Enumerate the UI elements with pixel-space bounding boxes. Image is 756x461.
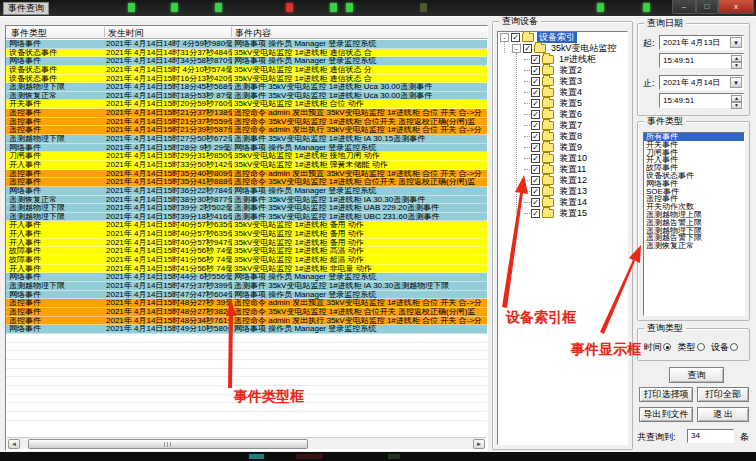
tree-collapse-icon[interactable]: - (500, 33, 509, 42)
tree-item-substation[interactable]: -✓35kV变电站监控 (498, 43, 627, 54)
table-row[interactable]: 网络事件2021年 4月14日15时44分 6秒556毫秒网络事项 操作员 Ma… (6, 273, 487, 282)
table-row[interactable]: 遥测越物理下限2021年 4月14日15时47分37秒399毫秒遥测事件 35k… (6, 282, 487, 291)
checkbox-checked-icon[interactable]: ✓ (531, 209, 540, 218)
checkbox-checked-icon[interactable]: ✓ (531, 132, 540, 141)
table-row[interactable]: 遥控事件2021年 4月14日15时48分27秒382毫秒遥控命令 35kV变电… (6, 308, 487, 317)
table-row[interactable]: 遥测越物理下限2021年 4月14日15时39分18秒416毫秒遥测事件 35k… (6, 213, 487, 222)
event-type-item[interactable]: 故障事件 (644, 164, 744, 172)
checkbox-checked-icon[interactable]: ✓ (531, 110, 540, 119)
tree-item-device[interactable]: ✓装置2 (498, 65, 627, 76)
spinner-down-icon[interactable]: ▼ (731, 62, 742, 69)
from-time-field[interactable]: 15:49:51 ▲▼ (659, 53, 744, 68)
tree-item-device[interactable]: ✓装置7 (498, 120, 627, 131)
spinner-up-icon[interactable]: ▲ (731, 55, 742, 62)
checkbox-checked-icon[interactable]: ✓ (531, 143, 540, 152)
table-row[interactable]: 遥控事件2021年 4月14日15时21分37秒138毫秒遥控命令 admin … (6, 109, 487, 118)
table-row[interactable]: 故障事件2021年 4月14日15时41分56秒 74毫秒35kV变电站监控 1… (6, 247, 487, 256)
event-type-item[interactable]: 开入事件 (644, 156, 744, 164)
tree-item-device[interactable]: ✓装置11 (498, 164, 627, 175)
checkbox-checked-icon[interactable]: ✓ (531, 66, 540, 75)
event-type-item[interactable]: 遥控事件 (644, 195, 744, 203)
tree-item-device[interactable]: ✓装置3 (498, 76, 627, 87)
table-row[interactable]: 遥测越物理下限2021年 4月14日15时18分45秒568毫秒遥测事件 35k… (6, 83, 487, 92)
scroll-right-icon[interactable]: ► (473, 439, 485, 449)
table-row[interactable]: 开入事件2021年 4月14日15时33分50秒142毫秒35kV变电站监控 1… (6, 161, 487, 170)
table-row[interactable]: 遥控事件2021年 4月14日15时35分41秒888毫秒遥控命令 35kV变电… (6, 178, 487, 187)
table-row[interactable]: 网络事件2021年 4月14日15时28分 9秒 29毫秒网络事项 操作员 Ma… (6, 144, 487, 153)
table-row[interactable]: 开入事件2021年 4月14日15时40分57秒947毫秒35kV变电站监控 1… (6, 239, 487, 248)
table-row[interactable]: 故障事件2021年 4月14日15时41分56秒 74毫秒35kV变电站监控 1… (6, 256, 487, 265)
to-time-field[interactable]: 15:49:51 ▲▼ (659, 93, 744, 108)
column-separator[interactable] (231, 27, 232, 37)
time-spinner[interactable]: ▲▼ (731, 55, 742, 66)
horizontal-scrollbar[interactable]: ◄ ► (7, 437, 486, 449)
tree-item-device[interactable]: ✓装置12 (498, 175, 627, 186)
tree-item-device[interactable]: ✓装置4 (498, 87, 627, 98)
tree-item-device[interactable]: ✓装置9 (498, 142, 627, 153)
checkbox-checked-icon[interactable]: ✓ (531, 165, 540, 174)
checkbox-checked-icon[interactable]: ✓ (531, 176, 540, 185)
tree-item-device[interactable]: ✓装置13 (498, 186, 627, 197)
table-row[interactable]: 遥测越物理下限2021年 4月14日15时27分50秒672毫秒遥测事件 35k… (6, 135, 487, 144)
minimize-button[interactable]: – (672, 0, 696, 14)
event-type-item[interactable]: 开关事件 (644, 141, 744, 149)
checkbox-checked-icon[interactable]: ✓ (531, 88, 540, 97)
column-header-type[interactable]: 事件类型 (11, 27, 47, 40)
radio-type[interactable] (697, 343, 705, 351)
event-type-item[interactable]: 遥测越物理下限 (644, 227, 744, 235)
exit-button[interactable]: 退 出 (697, 407, 749, 422)
event-type-item[interactable]: 遥测越告警上限 (644, 219, 744, 227)
event-type-item[interactable]: SOE事件 (644, 188, 744, 196)
checkbox-checked-icon[interactable]: ✓ (531, 99, 540, 108)
event-type-item[interactable]: 所有事件 (644, 133, 744, 141)
export-button[interactable]: 导出到文件 (639, 407, 693, 422)
checkbox-checked-icon[interactable]: ✓ (531, 198, 540, 207)
table-row[interactable]: 遥控事件2021年 4月14日15时48分27秒 39毫秒遥控命令 admin … (6, 299, 487, 308)
radio-device[interactable] (730, 343, 738, 351)
table-row[interactable]: 遥测越物理下限2021年 4月14日15时39分 2秒502毫秒遥测事件 35k… (6, 204, 487, 213)
table-row[interactable]: 遥测恢复正常2021年 4月14日15时38分30秒877毫秒遥测事件 35kV… (6, 196, 487, 205)
table-row[interactable]: 网络事件2021年 4月14日15时49分10秒580毫秒网络事项 操作员 Ma… (6, 325, 487, 334)
tree-item-device[interactable]: ✓1#进线柜 (498, 54, 627, 65)
chevron-down-icon[interactable]: ▼ (730, 37, 742, 48)
time-spinner[interactable]: ▲▼ (731, 95, 742, 106)
checkbox-checked-icon[interactable]: ✓ (511, 33, 520, 42)
column-header-content[interactable]: 事件内容 (235, 27, 271, 40)
tree-item-root[interactable]: -✓设备索引 (498, 32, 627, 43)
table-row[interactable]: 网络事件2021年 4月14日15时47分47秒604毫秒网络事项 操作员 Ma… (6, 291, 487, 300)
tree-item-device[interactable]: ✓装置14 (498, 197, 627, 208)
table-row[interactable]: 遥控事件2021年 4月14日15时21分37秒559毫秒遥控命令 35kV变电… (6, 118, 487, 127)
tree-item-device[interactable]: ✓装置15 (498, 208, 627, 219)
tree-item-device[interactable]: ✓装置5 (498, 98, 627, 109)
print-selected-button[interactable]: 打印选择项 (639, 387, 693, 402)
checkbox-checked-icon[interactable]: ✓ (531, 187, 540, 196)
table-row[interactable]: 网络事件2021年 4月14日15时36分22秒784毫秒网络事项 操作员 Ma… (6, 187, 487, 196)
table-row[interactable]: 设备状态事件2021年 4月14日15时16分13秒420毫秒35kV变电站监控… (6, 75, 487, 84)
table-row[interactable]: 设备状态事件2021年 4月14日15时 4分10秒574毫秒35kV变电站监控… (6, 66, 487, 75)
table-row[interactable]: 网络事件2021年 4月14日14时34分58秒870毫秒网络事项 操作员 Ma… (6, 57, 487, 66)
event-type-item[interactable]: 遥测越物理上限 (644, 211, 744, 219)
from-date-picker[interactable]: 2021年 4月13日 ▼ (659, 35, 744, 50)
checkbox-checked-icon[interactable]: ✓ (523, 44, 532, 53)
scrollbar-thumb[interactable] (28, 439, 308, 449)
spinner-up-icon[interactable]: ▲ (731, 95, 742, 102)
table-row[interactable]: 开入事件2021年 4月14日15时41分56秒 74毫秒35kV变电站监控 1… (6, 265, 487, 274)
table-row[interactable]: 设备状态事件2021年 4月14日14时31分37秒484毫秒35kV变电站监控… (6, 49, 487, 58)
event-type-list[interactable]: 所有事件开关事件刀闸事件开入事件故障事件设备状态事件网络事件SOE事件遥控事件开… (643, 132, 745, 316)
maximize-button[interactable]: □ (696, 0, 718, 14)
event-type-item[interactable]: 设备状态事件 (644, 172, 744, 180)
checkbox-checked-icon[interactable]: ✓ (531, 77, 540, 86)
table-row[interactable]: 网络事件2021年 4月14日14时 4分59秒980毫秒网络事项 操作员 Ma… (6, 40, 487, 49)
tree-collapse-icon[interactable]: - (512, 44, 521, 53)
table-row[interactable]: 开关事件2021年 4月14日15时20分59秒760毫秒35kV变电站监控 1… (6, 100, 487, 109)
table-row[interactable]: 遥控事件2021年 4月14日15时35分40秒809毫秒遥控命令 admin … (6, 170, 487, 179)
event-type-item[interactable]: 网络事件 (644, 180, 744, 188)
checkbox-checked-icon[interactable]: ✓ (531, 121, 540, 130)
event-type-item[interactable]: 刀闸事件 (644, 149, 744, 157)
checkbox-checked-icon[interactable]: ✓ (531, 55, 540, 64)
checkbox-checked-icon[interactable]: ✓ (531, 154, 540, 163)
table-row[interactable]: 刀闸事件2021年 4月14日15时29分31秒850毫秒35kV变电站监控 1… (6, 152, 487, 161)
radio-time[interactable] (663, 343, 671, 351)
table-row[interactable]: 遥测恢复正常2021年 4月14日15时18分53秒 87毫秒遥测事件 35kV… (6, 92, 487, 101)
event-type-item[interactable]: 遥测越告警下限 (644, 234, 744, 242)
